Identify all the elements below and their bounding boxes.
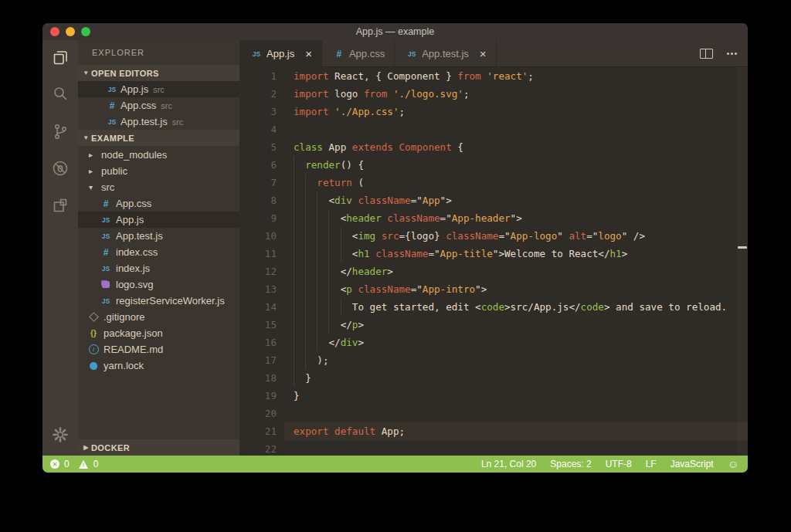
tree-item-yarn-lock[interactable]: yarn.lock <box>78 357 239 374</box>
code-text <box>284 440 748 456</box>
tab-app-js[interactable]: App.js× <box>239 40 322 67</box>
status-spaces-2[interactable]: Spaces: 2 <box>550 459 591 469</box>
status-utf-8[interactable]: UTF-8 <box>606 459 632 469</box>
close-window-button[interactable] <box>50 27 59 36</box>
code-line-21[interactable]: 21export default App; <box>239 422 748 440</box>
editor[interactable]: 1import React, { Component } from 'react… <box>239 67 748 456</box>
code-line-4[interactable]: 4 <box>239 120 748 138</box>
file-label: package.json <box>104 327 163 339</box>
tab-app-css[interactable]: App.css <box>322 40 395 67</box>
search-activity-button[interactable] <box>50 86 70 106</box>
close-icon[interactable]: × <box>305 48 312 59</box>
scrollbar[interactable] <box>737 67 748 456</box>
chevron-down-icon: ▾ <box>89 183 100 191</box>
code-text: <p className="App-intro"> <box>284 280 748 298</box>
code-line-9[interactable]: 9 <header className="App-header"> <box>239 209 748 227</box>
code-line-2[interactable]: 2import logo from './logo.svg'; <box>239 85 748 103</box>
settings-button[interactable] <box>50 426 70 446</box>
code-line-19[interactable]: 19} <box>239 387 748 405</box>
tree-item-package-json[interactable]: package.json <box>78 325 239 341</box>
source-control-activity-button[interactable] <box>50 123 70 143</box>
section-docker[interactable]: ▶ DOCKER <box>78 439 239 456</box>
line-number: 21 <box>239 422 284 440</box>
file-label: App.js <box>121 83 148 95</box>
editor-group: App.js×App.cssApp.test.js× 1import React… <box>239 40 748 456</box>
status-lf[interactable]: LF <box>646 459 657 469</box>
open-editor-app-test-js[interactable]: App.test.jssrc <box>78 114 239 130</box>
code-line-22[interactable]: 22 <box>239 440 748 456</box>
close-icon[interactable]: × <box>480 48 487 59</box>
title-bar[interactable]: App.js — example <box>42 23 748 40</box>
code-line-16[interactable]: 16 </div> <box>239 334 748 351</box>
css-file-icon <box>100 198 112 210</box>
tree-item-gitignore[interactable]: .gitignore <box>78 309 239 325</box>
search-icon <box>51 85 70 107</box>
explorer-activity-button[interactable] <box>50 49 70 69</box>
code-line-17[interactable]: 17 ); <box>239 351 748 369</box>
indent-guide <box>341 227 341 245</box>
code-line-13[interactable]: 13 <p className="App-intro"> <box>239 280 748 298</box>
line-number: 15 <box>239 316 284 334</box>
status-javascript[interactable]: JavaScript <box>670 459 714 469</box>
line-number: 10 <box>239 227 284 245</box>
tree-item-app-test-js[interactable]: App.test.js <box>78 228 239 244</box>
extensions-activity-button[interactable] <box>50 197 70 217</box>
status-ln-21-col-20[interactable]: Ln 21, Col 20 <box>481 459 536 469</box>
code-line-14[interactable]: 14 To get started, edit <code>src/App.js… <box>239 298 748 316</box>
problems-indicator[interactable]: ✕ 0 0 <box>50 459 98 469</box>
section-example[interactable]: ▼ EXAMPLE <box>78 130 239 146</box>
code-text: import './App.css'; <box>284 103 748 120</box>
folder-src[interactable]: ▾src <box>78 179 239 195</box>
code-line-7[interactable]: 7 return ( <box>239 174 748 191</box>
feedback-smiley-icon[interactable]: ☺ <box>728 459 738 469</box>
tree-item-app-js[interactable]: App.js <box>78 212 239 228</box>
minimize-window-button[interactable] <box>66 27 75 36</box>
code-line-18[interactable]: 18 } <box>239 369 748 387</box>
chevron-down-icon: ▼ <box>81 134 91 141</box>
file-label: node_modules <box>101 149 167 161</box>
folder-public[interactable]: ▸public <box>78 163 239 179</box>
tree-item-readme-md[interactable]: README.md <box>78 341 239 357</box>
tab-app-test-js[interactable]: App.test.js× <box>395 40 496 67</box>
code-line-15[interactable]: 15 </p> <box>239 316 748 334</box>
code-line-5[interactable]: 5class App extends Component { <box>239 138 748 156</box>
indent-guide <box>305 245 306 263</box>
split-editor-icon[interactable] <box>700 49 713 59</box>
code-text: <div className="App"> <box>284 191 748 209</box>
code-text: return ( <box>284 174 748 191</box>
yarn-file-icon <box>87 360 100 372</box>
indent-guide <box>317 227 317 245</box>
file-tree: ▸node_modules▸public▾srcApp.cssApp.jsApp… <box>78 146 239 374</box>
code-line-6[interactable]: 6 render() { <box>239 156 748 174</box>
file-label: App.js <box>116 214 144 225</box>
indent-guide <box>294 263 294 280</box>
code-line-1[interactable]: 1import React, { Component } from 'react… <box>239 67 748 85</box>
code-text <box>284 405 748 422</box>
open-editor-app-css[interactable]: App.csssrc <box>78 97 239 114</box>
more-actions-icon[interactable] <box>731 53 733 55</box>
code-line-3[interactable]: 3import './App.css'; <box>239 103 748 120</box>
section-open-editors[interactable]: ▼ OPEN EDITORS <box>78 65 239 81</box>
folder-node-modules[interactable]: ▸node_modules <box>78 147 239 163</box>
indent-guide <box>294 156 294 174</box>
code-line-20[interactable]: 20 <box>239 405 748 422</box>
open-editor-app-js[interactable]: App.jssrc <box>78 81 239 97</box>
tree-item-index-js[interactable]: index.js <box>78 260 239 276</box>
code-text: class App extends Component { <box>284 138 748 156</box>
code-line-10[interactable]: 10 <img src={logo} className="App-logo" … <box>239 227 748 245</box>
code-line-8[interactable]: 8 <div className="App"> <box>239 191 748 209</box>
status-right: Ln 21, Col 20Spaces: 2UTF-8LFJavaScript <box>481 459 714 469</box>
svg-file-icon <box>100 279 112 291</box>
tree-item-index-css[interactable]: index.css <box>78 244 239 260</box>
tree-item-registerserviceworker-js[interactable]: registerServiceWorker.js <box>78 293 239 309</box>
code-text: render() { <box>284 156 748 174</box>
zoom-window-button[interactable] <box>81 27 90 36</box>
debug-activity-button[interactable] <box>50 160 70 180</box>
tree-item-app-css[interactable]: App.css <box>78 195 239 212</box>
code-line-12[interactable]: 12 </header> <box>239 263 748 280</box>
css-file-icon <box>333 48 345 60</box>
indent-guide <box>328 263 329 280</box>
code-text: ); <box>284 351 748 369</box>
tree-item-logo-svg[interactable]: logo.svg <box>78 276 239 293</box>
code-line-11[interactable]: 11 <h1 className="App-title">Welcome to … <box>239 245 748 263</box>
